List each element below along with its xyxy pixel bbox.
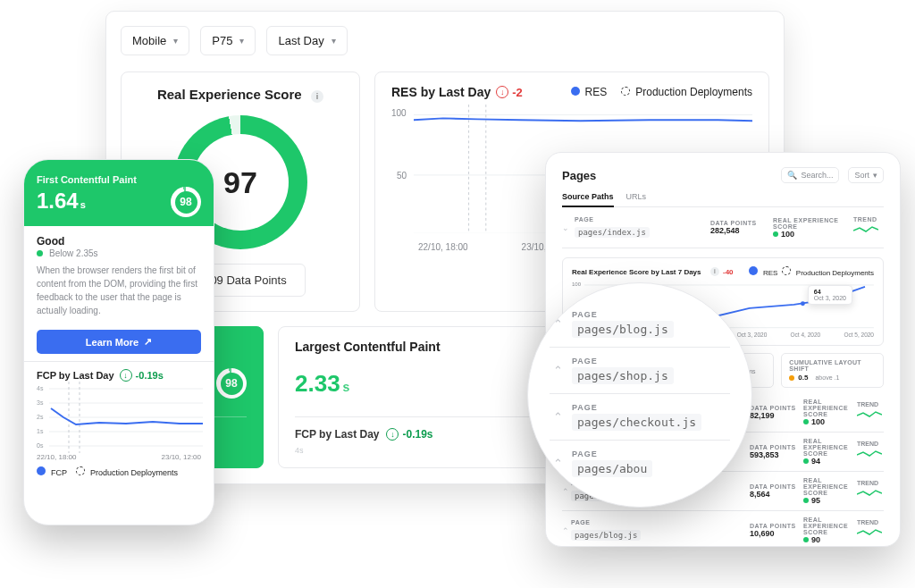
lcp-sub-title: FCP by Last Day (295, 428, 379, 441)
lcp-value: 2.33 (295, 370, 340, 397)
sparkline-icon (857, 525, 882, 538)
search-icon: 🔍 (787, 171, 797, 180)
filter-range-label: Last Day (278, 34, 323, 47)
page-row-expanded[interactable]: ⌄ PAGE pages/index.js DATA POINTS 282,54… (562, 207, 884, 248)
filter-range[interactable]: Last Day ▾ (266, 26, 347, 55)
filter-percentile[interactable]: P75 ▾ (200, 26, 256, 55)
phone-legend: FCP Production Deployments (24, 461, 214, 483)
chart-tooltip: 64 Oct 3, 2020 (808, 285, 852, 305)
mini-cls[interactable]: CUMULATIVE LAYOUT SHIFT 0.5above .1 (781, 353, 884, 388)
arrow-down-icon: ↓ (120, 369, 132, 382)
phone-metric-value: 1.64 (37, 189, 79, 213)
status-dot-icon (789, 375, 794, 381)
status-dot-icon (773, 231, 778, 237)
sort-dropdown[interactable]: Sort ▾ (848, 167, 884, 183)
phone-header: First Contentful Paint 1.64s 98 (24, 160, 214, 226)
svg-text:4s: 4s (37, 385, 44, 391)
phone-metric-title: First Contentful Paint (37, 174, 201, 185)
phone-mini-gauge: 98 (171, 187, 201, 217)
lens-page-row[interactable]: ⌃PAGEpages/abou (550, 441, 730, 486)
tab-source-paths[interactable]: Source Paths (562, 192, 614, 207)
sparkline-icon (857, 447, 882, 459)
filter-device-label: Mobile (132, 34, 166, 47)
info-icon[interactable]: i (710, 267, 719, 276)
chevron-down-icon: ▾ (173, 36, 178, 46)
tab-urls[interactable]: URLs (626, 192, 647, 207)
chevron-right-icon: ⌃ (562, 487, 571, 496)
sparkline-icon (853, 223, 878, 235)
lens-page-row[interactable]: ⌃PAGEpages/blog.js (550, 301, 730, 348)
arrow-down-icon: ↓ (496, 86, 508, 98)
phone-mock: First Contentful Paint 1.64s 98 Good Bel… (23, 159, 214, 525)
chevron-right-icon: ⌃ (562, 526, 571, 535)
chevron-up-icon: ⌃ (553, 410, 563, 424)
phone-good-block: Good Below 2.35s (24, 226, 214, 258)
lens-page-row[interactable]: ⌃PAGEpages/shop.js (550, 348, 730, 394)
fcp-mini-gauge: 98 (216, 368, 247, 399)
chevron-up-icon: ⌃ (553, 457, 563, 470)
res-chart-legend: RES Production Deployments (571, 86, 752, 98)
dot-icon (571, 87, 580, 96)
dashed-circle-icon (782, 266, 791, 275)
chevron-down-icon: ⌄ (562, 223, 569, 232)
svg-text:3s: 3s (37, 399, 44, 406)
pages-title: Pages (562, 169, 596, 182)
tabs: Source Paths URLs (562, 192, 884, 207)
res-chart-delta: ↓ -2 (496, 86, 523, 99)
chevron-down-icon: ▾ (332, 36, 336, 46)
svg-text:1s: 1s (37, 428, 44, 434)
filter-bar: Mobile ▾ P75 ▾ Last Day ▾ (121, 26, 769, 55)
svg-text:0s: 0s (37, 442, 44, 449)
info-icon[interactable]: i (311, 90, 323, 103)
lcp-sub-delta: ↓ -0.19s (386, 428, 432, 441)
sparkline-icon (857, 407, 882, 420)
external-link-icon: ↗ (144, 336, 152, 348)
res-score-title: Real Experience Score (157, 87, 302, 102)
chevron-down-icon: ▾ (239, 36, 244, 46)
chevron-up-icon: ⌃ (553, 364, 563, 377)
search-input[interactable]: 🔍 Search... (781, 167, 839, 183)
learn-more-button[interactable]: Learn More ↗ (37, 330, 201, 354)
arrow-down-icon: ↓ (386, 428, 399, 441)
phone-sub-title: FCP by Last Day (37, 370, 114, 381)
res-chart-title: RES by Last Day (391, 85, 491, 99)
svg-point-19 (801, 301, 805, 306)
phone-description: When the browser renders the first bit o… (24, 258, 214, 323)
dashed-circle-icon (621, 87, 630, 96)
status-dot-icon (37, 250, 43, 256)
phone-chart: 4s3s2s1s0s (24, 382, 214, 453)
filter-percentile-label: P75 (212, 34, 232, 47)
filter-device[interactable]: Mobile ▾ (121, 26, 189, 55)
dot-icon (37, 466, 46, 475)
magnifier-lens: ⌃PAGEpages/blog.js⌃PAGEpages/shop.js⌃PAG… (527, 282, 752, 508)
sparkline-icon (857, 486, 882, 499)
table-row[interactable]: ⌃PAGEpages/blog.jsDATA POINTS10,690REAL … (562, 511, 884, 547)
lens-page-row[interactable]: ⌃PAGEpages/checkout.js (550, 394, 730, 441)
svg-text:2s: 2s (37, 414, 44, 420)
dashed-circle-icon (76, 466, 85, 475)
dot-icon (749, 266, 758, 275)
chevron-down-icon: ▾ (873, 171, 877, 180)
